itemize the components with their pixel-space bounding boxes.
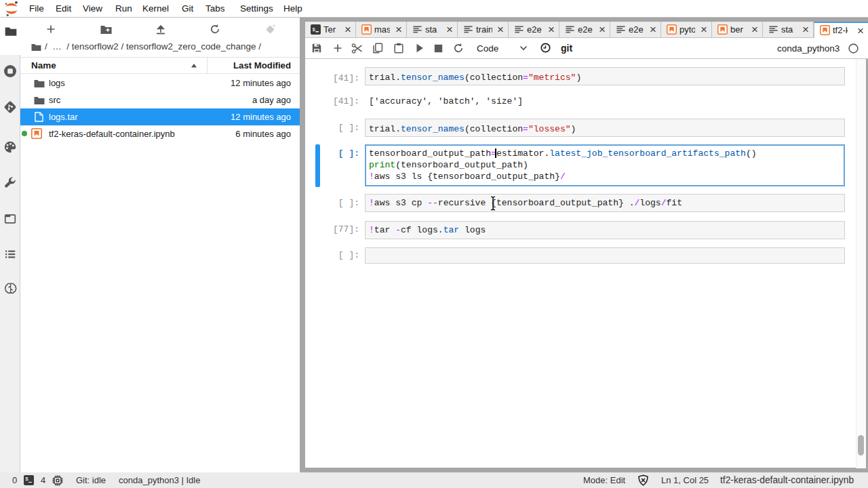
svg-text:$: $ xyxy=(312,26,315,33)
